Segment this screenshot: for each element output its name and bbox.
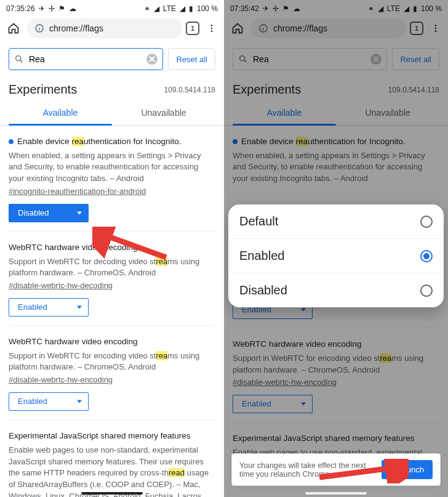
home-button[interactable]: [228, 18, 247, 38]
battery-icon: ▮: [189, 4, 193, 13]
status-bar: 07:35:42 ✈ ✢ ⚑ ☁ ⚭ ◢ LTE ◢ ▮ 100 %: [224, 0, 448, 15]
flag-icon: ⚑: [282, 4, 289, 13]
reset-all-button[interactable]: Reset all: [168, 48, 215, 70]
flag-entry: Enable device reauthentication for Incog…: [9, 126, 215, 232]
popup-option-disabled[interactable]: Disabled: [228, 273, 444, 307]
signal-icon-2: ◢: [404, 4, 409, 13]
relaunch-button[interactable]: Relaunch: [382, 460, 433, 479]
flag-entry: WebRTC hardware video encoding Support i…: [233, 328, 439, 422]
tab-unavailable[interactable]: Unavailable: [112, 102, 215, 125]
popup-option-enabled[interactable]: Enabled: [228, 239, 444, 273]
tab-switcher[interactable]: 1: [410, 22, 423, 35]
battery-pct: 100 %: [197, 4, 218, 13]
flag-description: Support in WebRTC for decoding video str…: [9, 256, 215, 280]
flag-hash-link[interactable]: #disable-webrtc-hw-encoding: [9, 374, 113, 386]
flag-description: Support in WebRTC for encoding video str…: [9, 350, 215, 374]
overflow-menu[interactable]: [427, 23, 444, 33]
clear-search-button[interactable]: [370, 54, 382, 65]
network-label: LTE: [387, 4, 400, 13]
overflow-menu[interactable]: [203, 23, 220, 33]
tab-unavailable[interactable]: Unavailable: [336, 102, 439, 125]
flag-search-input[interactable]: [9, 48, 163, 70]
reset-all-button[interactable]: Reset all: [392, 48, 439, 70]
modified-dot-icon: [9, 139, 14, 144]
flag-entry: Experimental JavaScript shared memory fe…: [9, 420, 215, 497]
flag-title: Enable device reauthentication for Incog…: [9, 135, 215, 148]
notification-icon: ✢: [273, 4, 279, 13]
flag-description: When enabled, a setting appears in Setti…: [9, 150, 215, 185]
popup-option-default[interactable]: Default: [228, 204, 444, 239]
relaunch-bar: Your changes will take effect the next t…: [231, 453, 441, 486]
svg-point-14: [435, 25, 437, 26]
flag-entry: Enable device reauthentication for Incog…: [233, 126, 439, 194]
search-field[interactable]: [253, 54, 366, 64]
flag-description: Support in WebRTC for encoding video str…: [233, 353, 439, 376]
flag-icon: ⚑: [58, 4, 65, 13]
cloud-icon: ☁: [293, 4, 300, 13]
flag-title: WebRTC hardware video encoding: [233, 338, 439, 350]
telegram-icon: ✈: [39, 4, 45, 13]
relaunch-message: Your changes will take effect the next t…: [239, 461, 375, 479]
value-picker-popup: Default Enabled Disabled: [228, 204, 444, 307]
flag-title: Experimental JavaScript shared memory fe…: [9, 430, 215, 442]
nav-pill[interactable]: [305, 492, 367, 495]
signal-icon: ◢: [154, 4, 159, 13]
flag-title: Enable device reauthentication for Incog…: [233, 135, 439, 148]
vpn-icon: ⚭: [368, 4, 374, 13]
home-button[interactable]: [4, 18, 23, 38]
svg-point-6: [16, 56, 21, 61]
nav-pill[interactable]: [81, 492, 143, 495]
version-label: 109.0.5414.118: [388, 86, 439, 94]
info-icon: [34, 23, 44, 33]
flag-hash-link[interactable]: #disable-webrtc-hw-decoding: [9, 280, 113, 292]
tab-switcher[interactable]: 1: [186, 22, 199, 35]
signal-icon-2: ◢: [180, 4, 185, 13]
svg-point-4: [211, 28, 213, 30]
version-label: 109.0.5414.118: [164, 86, 215, 94]
svg-line-18: [244, 60, 247, 63]
flag-entry: WebRTC hardware video encoding Support i…: [9, 326, 215, 420]
status-bar: 07:35:26 ✈ ✢ ⚑ ☁ ⚭ ◢ LTE ◢ ▮ 100 %: [0, 0, 224, 15]
search-icon: [238, 54, 248, 64]
flag-value-select[interactable]: Enabled: [233, 395, 313, 413]
network-label: LTE: [163, 4, 176, 13]
flag-value-select[interactable]: Enabled: [9, 392, 89, 411]
radio-icon: [420, 250, 433, 262]
modified-dot-icon: [233, 139, 238, 144]
svg-point-5: [211, 30, 213, 32]
flag-description: Enable web pages to use non-standard, ex…: [9, 445, 215, 497]
url-text: chrome://flags: [49, 23, 103, 33]
flag-title: Experimental JavaScript shared memory fe…: [233, 432, 439, 445]
address-bar[interactable]: chrome://flags: [27, 18, 182, 38]
telegram-icon: ✈: [263, 4, 269, 13]
svg-point-17: [240, 56, 245, 61]
tab-available[interactable]: Available: [9, 102, 112, 125]
cloud-icon: ☁: [69, 4, 76, 13]
tab-available[interactable]: Available: [233, 102, 336, 125]
signal-icon: ◢: [378, 4, 383, 13]
page-title: Experiments: [9, 83, 77, 97]
flag-description: When enabled, a setting appears in Setti…: [233, 150, 439, 185]
page-title: Experiments: [233, 83, 301, 97]
flag-hash-link[interactable]: #disable-webrtc-hw-encoding: [233, 377, 337, 389]
flag-entry: WebRTC hardware video decoding Support i…: [9, 232, 215, 326]
url-text: chrome://flags: [273, 23, 327, 33]
flag-value-select[interactable]: Enabled: [9, 298, 89, 317]
flag-search-input[interactable]: [233, 48, 387, 70]
svg-point-15: [435, 28, 437, 30]
notification-icon: ✢: [49, 4, 55, 13]
info-icon: [258, 23, 268, 33]
flag-title: WebRTC hardware video encoding: [9, 336, 215, 348]
status-time: 07:35:26: [6, 4, 35, 13]
search-field[interactable]: [29, 54, 142, 64]
clear-search-button[interactable]: [146, 54, 158, 65]
battery-pct: 100 %: [421, 4, 442, 13]
flag-value-select[interactable]: Disabled: [9, 204, 89, 222]
flag-hash-link[interactable]: #incognito-reauthentication-for-android: [9, 186, 146, 198]
status-time: 07:35:42: [230, 4, 259, 13]
address-bar[interactable]: chrome://flags: [251, 18, 406, 38]
svg-point-16: [435, 30, 437, 32]
svg-line-7: [20, 60, 23, 63]
svg-point-3: [211, 25, 213, 26]
radio-icon: [420, 285, 433, 297]
